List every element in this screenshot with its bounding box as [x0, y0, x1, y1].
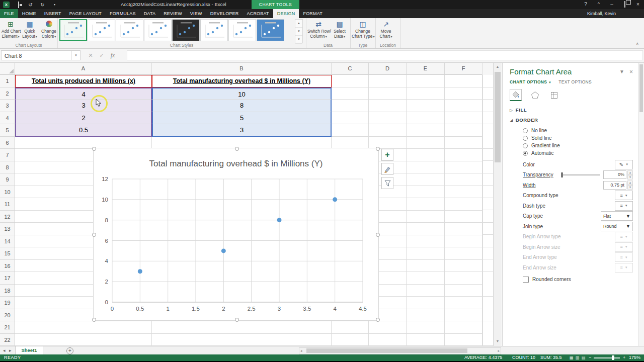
border-section-header[interactable]: ◢BORDER	[510, 117, 633, 123]
row-header-1[interactable]: 1	[0, 75, 15, 87]
cell-E21[interactable]	[407, 321, 445, 334]
color-picker-button[interactable]: ✎▼	[615, 160, 633, 169]
row-header-20[interactable]: 20	[0, 309, 15, 322]
end-arrow-type-dropdown[interactable]: ≡▼	[615, 252, 633, 262]
ribbon-tab-home[interactable]: HOME	[18, 9, 40, 18]
row-header-7[interactable]: 7	[0, 149, 15, 161]
radio-gradient-line[interactable]: Gradient line	[523, 142, 633, 149]
cell-B4[interactable]: 5	[152, 112, 332, 125]
cell-D3[interactable]	[369, 100, 407, 112]
cell-D1[interactable]	[369, 75, 407, 87]
cell-E19[interactable]	[407, 297, 445, 309]
cell-D5[interactable]	[369, 124, 407, 137]
cell-F3[interactable]	[445, 100, 482, 112]
spinner-arrows[interactable]: ▲▼	[627, 180, 633, 190]
column-header-C[interactable]: C	[332, 62, 369, 75]
close-button[interactable]: ×	[635, 0, 641, 9]
cell-E16[interactable]	[407, 260, 445, 273]
gallery-up-icon[interactable]: ▲	[295, 20, 302, 28]
redo-icon[interactable]: ↻	[39, 2, 46, 8]
sheet-nav-left-icon[interactable]: ◂	[3, 346, 6, 354]
ribbon-tab-format[interactable]: FORMAT	[299, 9, 327, 18]
cell-F20[interactable]	[445, 309, 482, 322]
cell-E10[interactable]	[407, 186, 445, 199]
ribbon-tab-review[interactable]: REVIEW	[159, 9, 186, 18]
cell-A3[interactable]: 3	[15, 100, 152, 112]
spinner-arrows[interactable]: ▲▼	[627, 170, 633, 179]
cell-F14[interactable]	[445, 235, 482, 248]
column-header-F[interactable]: F	[445, 62, 482, 75]
cell-E17[interactable]	[407, 272, 445, 285]
rounded-corners-option[interactable]: Rounded corners	[523, 277, 633, 283]
chart-style-4[interactable]	[144, 19, 172, 41]
minimize-button[interactable]: –	[609, 0, 615, 9]
save-icon[interactable]	[15, 2, 22, 8]
pane-close-icon[interactable]: ×	[629, 68, 633, 75]
cell-F21[interactable]	[445, 321, 482, 334]
horizontal-scrollbar[interactable]: ◂ ▸	[299, 347, 501, 354]
cell-E13[interactable]	[407, 223, 445, 235]
spin-up-icon[interactable]: ▲	[627, 180, 633, 185]
cell-E11[interactable]	[407, 198, 445, 211]
chart-selection-handle[interactable]	[376, 147, 380, 151]
cell-D2[interactable]	[369, 87, 407, 100]
zoom-slider[interactable]	[594, 357, 620, 358]
button-select-data[interactable]: SelectData▾	[330, 19, 349, 39]
cell-E4[interactable]	[407, 112, 445, 125]
button-move-chart[interactable]: MoveChart▾	[376, 19, 395, 39]
cell-A22[interactable]	[15, 334, 152, 346]
ribbon-tab-developer[interactable]: DEVELOPER	[206, 9, 243, 18]
cell-D21[interactable]	[369, 321, 407, 334]
cell-F13[interactable]	[445, 223, 482, 235]
row-header-17[interactable]: 17	[0, 272, 15, 285]
page-layout-view-icon[interactable]: ▥	[576, 355, 580, 360]
cell-B22[interactable]	[152, 334, 332, 346]
cell-B5[interactable]: 3	[152, 124, 332, 137]
cell-F2[interactable]	[445, 87, 482, 100]
cell-F8[interactable]	[445, 161, 482, 174]
chart-selection-handle[interactable]	[92, 147, 96, 151]
insert-function-icon[interactable]: fx	[108, 50, 118, 60]
cell-D6[interactable]	[369, 137, 407, 149]
row-header-3[interactable]: 3	[0, 100, 15, 112]
spin-up-icon[interactable]: ▲	[627, 170, 633, 175]
chart-selection-handle[interactable]	[376, 318, 380, 322]
cell-F6[interactable]	[445, 137, 482, 149]
cell-C6[interactable]	[332, 137, 369, 149]
button-change-colors[interactable]: ChangeColors▾	[39, 19, 58, 39]
scroll-down-icon[interactable]: ▼	[494, 337, 502, 345]
chart-selection-handle[interactable]	[235, 147, 239, 151]
cell-C4[interactable]	[332, 112, 369, 125]
zoom-in-button[interactable]: +	[623, 354, 625, 361]
row-header-9[interactable]: 9	[0, 173, 15, 186]
column-header-A[interactable]: A	[15, 62, 152, 75]
zoom-slider-thumb[interactable]	[612, 355, 614, 360]
cell-C1[interactable]	[332, 75, 369, 87]
cell-A21[interactable]	[15, 321, 152, 334]
row-header-14[interactable]: 14	[0, 235, 15, 248]
chart-style-6[interactable]	[200, 19, 228, 41]
cell-E12[interactable]	[407, 211, 445, 223]
cell-B21[interactable]	[152, 321, 332, 334]
button-change-chart-type[interactable]: ChangeChart Type▾	[351, 19, 374, 39]
chart-styles-button[interactable]	[381, 163, 393, 175]
cell-E6[interactable]	[407, 137, 445, 149]
fill-line-icon[interactable]	[510, 89, 522, 101]
begin-arrow-type-dropdown[interactable]: ≡▼	[615, 232, 633, 241]
spin-down-icon[interactable]: ▼	[627, 175, 633, 179]
cell-F7[interactable]	[445, 149, 482, 161]
cell-C22[interactable]	[332, 334, 369, 346]
column-header-D[interactable]: D	[369, 62, 407, 75]
chart-style-2[interactable]	[88, 19, 115, 41]
cell-A2[interactable]: 4	[15, 87, 152, 100]
chart-selection-handle[interactable]	[92, 318, 96, 322]
gallery-more-icon[interactable]: ▼	[295, 36, 302, 44]
ribbon-tab-acrobat[interactable]: ACROBAT	[243, 9, 273, 18]
name-box[interactable]: Chart 8 ▼	[1, 50, 80, 60]
size-properties-icon[interactable]	[548, 89, 560, 101]
row-header-4[interactable]: 4	[0, 112, 15, 125]
begin-arrow-size-dropdown[interactable]: ≡▼	[615, 242, 633, 252]
collapse-ribbon-icon[interactable]: ∧	[635, 41, 639, 46]
row-header-19[interactable]: 19	[0, 297, 15, 309]
cell-F16[interactable]	[445, 260, 482, 273]
